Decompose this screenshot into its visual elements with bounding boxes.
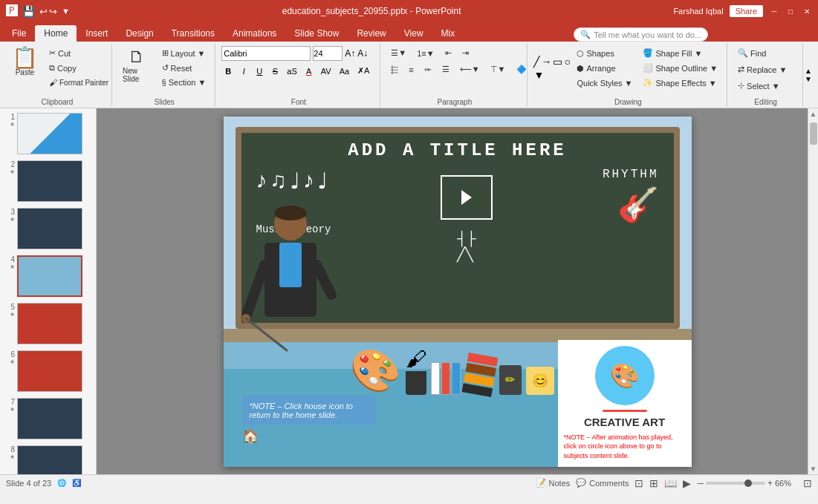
align-left-button[interactable]: ⬱ — [386, 62, 403, 76]
slide-thumb-1[interactable]: 1 ★ — [3, 111, 93, 156]
tab-insert[interactable]: Insert — [77, 25, 117, 42]
text-box-button[interactable]: Aa — [337, 65, 352, 77]
ribbon-scroll[interactable]: ▲ ▼ — [805, 43, 815, 106]
redo-icon[interactable]: ↪ — [49, 6, 57, 17]
zoom-out-button[interactable]: ─ — [697, 478, 704, 488]
italic-button[interactable]: I — [237, 65, 250, 77]
tab-animations[interactable]: Animations — [224, 25, 285, 42]
oval-shape[interactable]: ○ — [564, 56, 570, 68]
arrow-shape[interactable]: → — [541, 56, 551, 68]
numbering-button[interactable]: 1≡▼ — [412, 47, 438, 60]
align-center-button[interactable]: ≡ — [404, 63, 418, 76]
clear-format-button[interactable]: ✗A — [354, 65, 372, 77]
tab-file[interactable]: File — [3, 25, 35, 42]
slide-thumb-2[interactable]: 2 ★ — [3, 159, 93, 203]
paste-button[interactable]: 📋 Paste — [7, 46, 42, 78]
mug-icon: 😊 — [526, 367, 554, 395]
slide-thumb-5[interactable]: 5 ★ — [3, 301, 93, 346]
bold-button[interactable]: B — [221, 65, 235, 77]
font-family-input[interactable] — [221, 46, 311, 61]
slide-thumb-7[interactable]: 7 ★ — [3, 396, 93, 441]
customize-icon[interactable]: ▼ — [62, 7, 70, 16]
slide-num-6: 6 — [4, 350, 15, 359]
scroll-up-button[interactable]: ▲ — [808, 108, 818, 120]
replace-button[interactable]: ⇄ Replace ▼ — [733, 62, 791, 76]
select-button[interactable]: ⊹ Select ▼ — [733, 79, 784, 93]
align-right-button[interactable]: ⬰ — [420, 62, 436, 76]
tab-mix[interactable]: Mix — [432, 25, 464, 42]
char-spacing-button[interactable]: AV — [318, 65, 334, 77]
quick-styles-button[interactable]: Quick Styles ▼ — [572, 76, 637, 90]
slide-thumb-6[interactable]: 6 ★ — [3, 349, 93, 393]
tab-review[interactable]: Review — [348, 25, 395, 42]
find-button[interactable]: 🔍 Find — [733, 46, 770, 60]
shape-fill-button[interactable]: 🪣 Shape Fill ▼ — [638, 46, 722, 60]
bullets-button[interactable]: ☰▼ — [386, 46, 411, 60]
underline-button[interactable]: U — [253, 65, 266, 77]
slide-panel[interactable]: 1 ★ 2 ★ 3 ★ 4 ★ — [0, 108, 97, 474]
font-color-button[interactable]: A — [302, 65, 316, 77]
strikethrough-button[interactable]: S — [268, 65, 282, 77]
canvas-area[interactable]: ▲ ▼ ADD A TITLE HERE ♪ ♫ ♩ — [97, 108, 818, 474]
save-icon[interactable]: 💾 — [22, 5, 35, 17]
slide-thumb-3[interactable]: 3 ★ — [3, 206, 93, 251]
minimize-button[interactable]: ─ — [769, 6, 779, 16]
cut-button[interactable]: ✂ Cut — [45, 46, 113, 60]
shadow-button[interactable]: aS — [284, 65, 299, 77]
slide-title[interactable]: ADD A TITLE HERE — [348, 140, 566, 160]
reading-view-button[interactable]: 📖 — [664, 477, 677, 489]
comments-button[interactable]: 💬 Comments — [576, 478, 629, 488]
shape-effects-button[interactable]: ✨ Shape Effects ▼ — [638, 76, 722, 90]
smartart-button[interactable]: 🔷 — [512, 62, 531, 76]
tab-transitions[interactable]: Transitions — [163, 25, 224, 42]
slide-canvas[interactable]: ADD A TITLE HERE ♪ ♫ ♩ ♪ ♩ Music Theory — [224, 117, 692, 467]
scroll-thumb[interactable] — [810, 122, 817, 145]
zoom-in-button[interactable]: + — [767, 478, 773, 488]
more-shapes[interactable]: ▼ — [533, 69, 544, 81]
tell-me-bar[interactable]: 🔍 Tell me what you want to do... — [574, 27, 708, 42]
shape-outline-button[interactable]: ⬜ Shape Outline ▼ — [638, 61, 722, 75]
note-1: ♪ — [256, 168, 267, 194]
line-shape[interactable]: ╱ — [533, 56, 539, 68]
layout-button[interactable]: ⊞ Layout ▼ — [158, 46, 211, 60]
increase-indent-button[interactable]: ⇥ — [458, 46, 473, 60]
close-button[interactable]: ✕ — [802, 6, 812, 16]
text-align-vertical-button[interactable]: ⊤▼ — [486, 62, 510, 76]
justify-button[interactable]: ☰ — [438, 62, 454, 76]
copy-button[interactable]: ⧉ Copy — [45, 61, 113, 75]
font-size-input[interactable] — [313, 46, 343, 61]
vertical-scrollbar[interactable]: ▲ ▼ — [808, 108, 818, 474]
maximize-button[interactable]: □ — [785, 6, 796, 16]
share-button[interactable]: Share — [730, 5, 763, 17]
format-painter-button[interactable]: 🖌 Format Painter — [45, 76, 113, 89]
tab-view[interactable]: View — [395, 25, 432, 42]
decrease-font-button[interactable]: A↓ — [357, 48, 368, 59]
arrange-button[interactable]: ⬢ Arrange — [572, 62, 637, 76]
text-direction-button[interactable]: ⟵▼ — [455, 62, 484, 76]
scroll-down-button[interactable]: ▼ — [808, 463, 818, 474]
increase-font-button[interactable]: A↑ — [345, 48, 355, 59]
zoom-slider[interactable] — [706, 482, 765, 485]
normal-view-button[interactable]: ⊡ — [634, 477, 643, 489]
tab-home[interactable]: Home — [35, 25, 77, 42]
fit-slide-button[interactable]: ⊡ — [803, 477, 812, 489]
notes-button[interactable]: 📝 Notes — [536, 478, 571, 488]
editing-label: Editing — [733, 96, 798, 106]
decrease-indent-button[interactable]: ⇤ — [441, 46, 456, 60]
rect-shape[interactable]: ▭ — [553, 56, 562, 68]
ribbon-scroll-up[interactable]: ▲ — [805, 67, 812, 75]
undo-icon[interactable]: ↩ — [39, 6, 48, 17]
slide-sorter-button[interactable]: ⊞ — [649, 477, 658, 489]
tab-slideshow[interactable]: Slide Show — [285, 25, 348, 42]
section-button[interactable]: § Section ▼ — [158, 76, 211, 89]
slide-thumb-4[interactable]: 4 ★ — [3, 254, 93, 298]
tab-design[interactable]: Design — [117, 25, 162, 42]
creative-circle-icon[interactable]: 🎨 — [595, 346, 655, 405]
shapes-button[interactable]: ⬡ Shapes — [572, 47, 637, 61]
new-slide-button[interactable]: 🗋 New Slide — [118, 46, 155, 85]
selection-box[interactable] — [441, 175, 493, 220]
slide-thumb-8[interactable]: 8 ★ — [3, 444, 93, 474]
ribbon-scroll-down[interactable]: ▼ — [805, 75, 812, 83]
reset-button[interactable]: ↺ Reset — [158, 61, 211, 75]
slideshow-button[interactable]: ▶ — [683, 477, 691, 489]
